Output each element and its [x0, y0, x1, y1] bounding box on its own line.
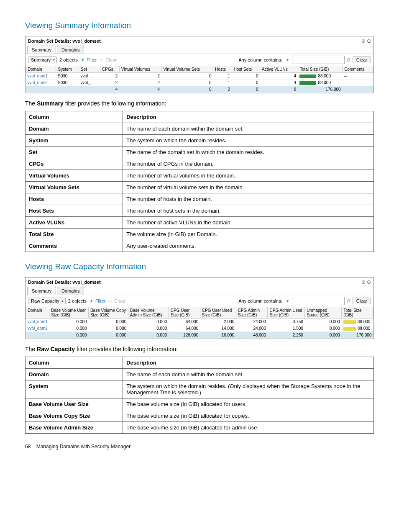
col-system[interactable]: System	[56, 66, 79, 73]
col-total[interactable]: Total Size (GiB)	[298, 66, 342, 73]
section-heading: Viewing Raw Capacity Information	[25, 262, 374, 271]
filter-link[interactable]: Filter	[95, 298, 105, 303]
tab-domains[interactable]: Domains	[57, 46, 84, 54]
panel-icons[interactable]: ⊘ ⊙	[361, 279, 371, 285]
clear-button[interactable]: Clear	[353, 57, 371, 63]
domain-link[interactable]: vvol_dom2	[28, 326, 48, 331]
summary-desc-table: ColumnDescription DomainThe name of each…	[25, 111, 374, 252]
section-heading: Viewing Summary Information	[25, 21, 374, 30]
rawcap-grid: Domain Base Volume User Size (GiB) Base …	[26, 307, 373, 339]
panel-icons[interactable]: ⊘ ⊙	[361, 38, 371, 44]
rawcap-lead: The Raw Capacity filter provides the fol…	[25, 346, 374, 352]
object-count: 2 objects	[59, 57, 78, 62]
table-row[interactable]: vvol_dom2 S030 vvol_... 2 2 0 1 0 4 88.0…	[26, 80, 373, 86]
export-icon[interactable]	[347, 57, 350, 63]
table-row[interactable]: vvol_dom1 S030 vvol_... 2 2 0 1 0 4 88.0…	[26, 73, 373, 80]
col-comments[interactable]: Comments	[343, 66, 373, 73]
clear-filter: Clear	[114, 298, 125, 303]
panel-title: Domain Set Details: vvol_domset	[28, 280, 101, 285]
col-vv[interactable]: Virtual Volumes	[119, 66, 161, 73]
panel-tabs: Summary Domains	[26, 44, 373, 54]
clear-button[interactable]: Clear	[353, 298, 371, 304]
panel-toolbar: Raw Capacity 2 objects Filter Clear Any …	[26, 295, 373, 307]
panel-title: Domain Set Details: vvol_domset	[28, 39, 101, 44]
view-dropdown[interactable]: Summary	[28, 57, 57, 63]
filter-icon	[80, 57, 84, 63]
clear-filter: Clear	[106, 57, 117, 62]
domain-link[interactable]: vvol_dom1	[28, 74, 48, 78]
eraser-icon	[108, 298, 112, 303]
table-row[interactable]: vvol_dom1 0.000 0.000 0.000 64.000 2.000…	[26, 319, 373, 325]
table-row[interactable]: vvol_dom2 0.000 0.000 0.000 64.000 14.00…	[26, 325, 373, 332]
summary-lead: The Summary filter provides the followin…	[25, 100, 374, 107]
totals-row: 0.000 0.000 0.000 128.000 16.000 48.000 …	[26, 332, 373, 339]
filter-link[interactable]: Filter	[87, 57, 97, 62]
object-count: 2 objects	[68, 298, 87, 303]
rawcap-desc-table: ColumnDescription DomainThe name of each…	[25, 357, 374, 434]
col-domain[interactable]: Domain	[26, 66, 56, 73]
domain-link[interactable]: vvol_dom2	[28, 80, 48, 85]
col-vvs[interactable]: Virtual Volume Sets	[161, 66, 213, 73]
col-cpgs[interactable]: CPGs	[100, 66, 119, 73]
view-dropdown[interactable]: Raw Capacity	[28, 298, 66, 304]
col-av[interactable]: Active VLUNs	[260, 66, 298, 73]
rawcap-panel: Domain Set Details: vvol_domset ⊘ ⊙ Summ…	[25, 277, 374, 339]
col-contains-label: Any column contains:	[238, 57, 282, 62]
col-hosts[interactable]: Hosts	[213, 66, 232, 73]
panel-tabs: Summary Domains	[26, 285, 373, 295]
domain-link[interactable]: vvol_dom1	[28, 319, 48, 324]
panel-toolbar: Summary 2 objects Filter Clear Any colum…	[26, 54, 373, 66]
summary-grid: Domain System Set CPGs Virtual Volumes V…	[26, 66, 373, 93]
col-set[interactable]: Set	[79, 66, 100, 73]
page-footer: 68 Managing Domains with Security Manage…	[25, 444, 374, 450]
summary-panel: Domain Set Details: vvol_domset ⊘ ⊙ Summ…	[25, 36, 374, 93]
totals-row: 4 4 0 2 0 8 176.000	[26, 86, 373, 93]
tab-domains[interactable]: Domains	[57, 287, 84, 295]
col-hs[interactable]: Host Sets	[232, 66, 260, 73]
eraser-icon	[100, 57, 103, 62]
col-contains-label: Any column contains:	[238, 298, 282, 303]
col-filter-input[interactable]	[292, 297, 345, 305]
filter-icon	[89, 298, 93, 304]
tab-summary[interactable]: Summary	[27, 287, 56, 295]
tab-summary[interactable]: Summary	[27, 46, 56, 54]
export-icon[interactable]	[347, 298, 350, 304]
col-filter-input[interactable]	[292, 56, 345, 64]
